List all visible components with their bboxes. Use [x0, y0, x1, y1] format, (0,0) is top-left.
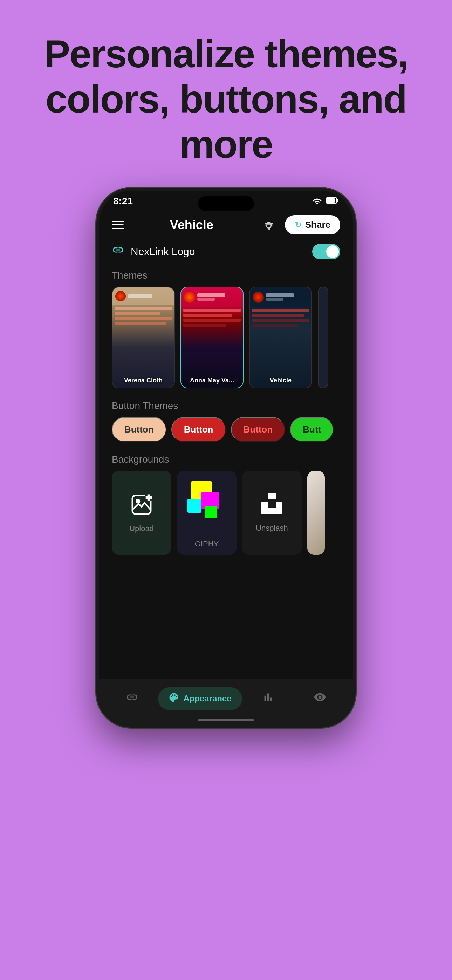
button-themes-label: Button Themes: [99, 397, 353, 417]
nav-icons: ↻ Share: [259, 215, 340, 234]
dynamic-island: [198, 196, 254, 211]
phone-screen: 8:21: [99, 191, 353, 725]
wifi-icon: [312, 196, 322, 206]
bg-unsplash-card[interactable]: Unsplash: [242, 471, 302, 555]
battery-icon: [326, 197, 339, 206]
theme-card-4-partial: [318, 287, 328, 388]
button-theme-2[interactable]: Button: [171, 417, 226, 442]
theme-label-3: Vehicle: [250, 377, 312, 384]
hamburger-menu[interactable]: [112, 221, 124, 229]
status-icons: [312, 196, 339, 206]
backgrounds-label: Backgrounds: [99, 450, 353, 471]
tab-stats-icon: [262, 691, 274, 706]
tab-appearance-label: Appearance: [183, 694, 231, 703]
nexlink-toggle[interactable]: [312, 244, 340, 259]
tab-appearance-icon: [169, 692, 179, 705]
nexlink-row: NexLink Logo: [99, 238, 353, 266]
bg-giphy-label: GIPHY: [177, 539, 237, 549]
nexlink-icon: [112, 243, 124, 259]
phone-frame: 8:21: [96, 188, 356, 728]
tab-eye[interactable]: [294, 691, 346, 706]
nexlink-label: NexLink Logo: [131, 246, 195, 258]
svg-rect-2: [337, 199, 339, 202]
svg-text:+: +: [146, 492, 151, 503]
tab-bar: Appearance: [99, 679, 353, 725]
upload-icon: +: [129, 492, 154, 519]
bg-marble-card-partial: [307, 471, 325, 555]
themes-section-label: Themes: [99, 266, 353, 287]
bug-button[interactable]: [259, 216, 278, 234]
share-icon: ↻: [295, 220, 302, 230]
hero-section: Personalize themes, colors, buttons, and…: [0, 0, 452, 188]
tab-eye-icon: [314, 691, 326, 706]
tab-links[interactable]: [106, 691, 158, 706]
button-theme-3[interactable]: Button: [231, 417, 286, 442]
nav-bar: Vehicle ↻ Share: [99, 212, 353, 238]
themes-scroll: Verena Cloth: [99, 287, 353, 388]
button-theme-4[interactable]: Butt: [290, 417, 334, 442]
bg-unsplash-label: Unsplash: [256, 523, 288, 533]
unsplash-icon: [261, 493, 282, 518]
phone-mockup: 8:21: [96, 188, 356, 728]
theme-card-3[interactable]: Vehicle: [249, 287, 312, 388]
status-time: 8:21: [113, 196, 133, 207]
theme-label-1: Verena Cloth: [113, 377, 174, 384]
theme-card-1[interactable]: Verena Cloth: [112, 287, 175, 388]
bg-upload-card[interactable]: + Upload: [112, 471, 171, 555]
share-label: Share: [305, 220, 330, 230]
bg-upload-label: Upload: [129, 524, 154, 533]
tab-stats[interactable]: [242, 691, 294, 706]
bg-giphy-card[interactable]: GIPHY: [177, 471, 237, 555]
share-button[interactable]: ↻ Share: [285, 215, 340, 234]
hero-title: Personalize themes, colors, buttons, and…: [28, 32, 424, 167]
button-themes-row: Button Button Button Butt: [99, 417, 353, 442]
backgrounds-grid: + Upload GIPHY: [99, 471, 353, 555]
page-title: Vehicle: [170, 218, 213, 232]
home-indicator: [198, 719, 254, 721]
button-theme-1[interactable]: Button: [112, 417, 166, 442]
tab-links-icon: [126, 691, 138, 706]
theme-label-2: Anna May Va...: [181, 377, 243, 384]
svg-point-4: [136, 500, 140, 503]
tab-appearance[interactable]: Appearance: [158, 687, 242, 710]
theme-card-2[interactable]: Anna May Va...: [180, 287, 244, 388]
svg-rect-1: [327, 198, 334, 203]
